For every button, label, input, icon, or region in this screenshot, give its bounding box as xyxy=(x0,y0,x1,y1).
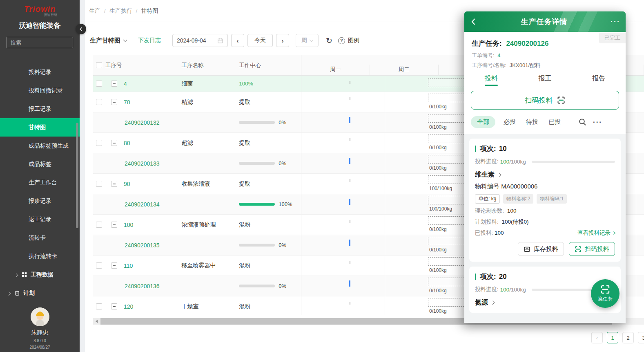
operation-number-link[interactable]: 70 xyxy=(124,99,130,105)
scan-icon xyxy=(600,285,610,294)
filter-fed[interactable]: 已投 xyxy=(548,118,561,126)
material-card: 项次: 10 投料进度: 100 /100kg 维生素 物料编号 MA00000… xyxy=(469,139,621,262)
collapse-row-icon[interactable] xyxy=(111,222,117,228)
sidebar-group-plan[interactable]: 计划 xyxy=(0,284,80,302)
progress-label: 投料进度: xyxy=(475,286,499,293)
row-checkbox[interactable] xyxy=(96,99,102,105)
filter-pending[interactable]: 待投 xyxy=(526,118,538,126)
user-name: 朱静忠 xyxy=(0,329,80,336)
collapse-row-icon[interactable] xyxy=(111,262,117,269)
material-name: 维生素 xyxy=(475,170,495,179)
app-date: 2024/08/27 xyxy=(0,345,80,350)
panel-title: 生产任务详情 xyxy=(483,17,605,27)
switch-task-button[interactable]: 换任务 xyxy=(591,279,619,308)
breadcrumb-item[interactable]: 生产 xyxy=(89,7,100,15)
collapse-row-icon[interactable] xyxy=(111,81,117,87)
help-icon[interactable]: ? xyxy=(338,37,345,44)
sidebar-item-11[interactable]: 执行流转卡 xyxy=(0,247,80,265)
sidebar-item-0[interactable]: 生产报工 xyxy=(0,51,80,63)
feed-progress: 投料进度: 100 /100kg xyxy=(475,158,615,165)
collapse-row-icon[interactable] xyxy=(111,99,117,105)
dispatch-log-link[interactable]: 下发日志 xyxy=(138,37,161,44)
sidebar-item-10[interactable]: 流转卡 xyxy=(0,229,80,247)
task-number-link[interactable]: 24090200135 xyxy=(125,242,160,249)
task-number[interactable]: 24090200126 xyxy=(506,40,548,47)
collapse-row-icon[interactable] xyxy=(111,303,117,309)
task-number-link[interactable]: 24090200132 xyxy=(125,119,160,126)
sidebar-item-9[interactable]: 返工记录 xyxy=(0,210,80,229)
time-scale-select[interactable]: 周 xyxy=(296,34,319,47)
next-period-button[interactable]: › xyxy=(276,34,289,47)
sidebar-collapse-button[interactable] xyxy=(76,24,86,34)
scan-feed-button[interactable]: 扫码投料 xyxy=(471,91,619,110)
sidebar-item-7[interactable]: 生产工作台 xyxy=(0,173,80,192)
gantt-tick-marker xyxy=(350,179,350,182)
tab-报告[interactable]: 报告 xyxy=(572,74,626,86)
material-name-link[interactable]: 维生素 xyxy=(475,170,615,179)
operation-number-link[interactable]: 80 xyxy=(124,140,130,146)
tab-报工[interactable]: 报工 xyxy=(518,74,572,86)
material-name-tag: 物料名称:2 xyxy=(503,194,533,204)
search-input[interactable] xyxy=(11,40,82,46)
operation-number-link[interactable]: 4 xyxy=(124,81,127,87)
search-icon[interactable] xyxy=(579,118,586,126)
legend-toggle[interactable]: 图例 xyxy=(348,37,359,44)
task-number-link[interactable]: 24090200136 xyxy=(125,283,160,289)
sidebar-item-2[interactable]: 投料回撤记录 xyxy=(0,81,80,100)
item-number: 20 xyxy=(499,273,507,281)
fed-value: 100 xyxy=(495,230,504,236)
refresh-icon[interactable]: ↻ xyxy=(326,37,332,45)
progress-bar xyxy=(532,161,615,163)
row-checkbox[interactable] xyxy=(96,181,102,187)
date-picker[interactable]: 2024-09-04 xyxy=(172,34,228,47)
row-checkbox[interactable] xyxy=(96,303,102,309)
pagination-page-2[interactable]: 2 xyxy=(622,332,634,343)
sidebar-item-6[interactable]: 成品标签 xyxy=(0,155,80,173)
sidebar-scrollbar[interactable] xyxy=(76,123,78,228)
stock-feed-button[interactable]: 库存投料 xyxy=(518,242,564,256)
operation-number-link[interactable]: 110 xyxy=(124,262,133,269)
operation-name: 浓缩液预处理 xyxy=(182,221,216,229)
operation-number-link[interactable]: 90 xyxy=(124,181,130,187)
avatar[interactable] xyxy=(31,307,49,326)
operation-number-link[interactable]: 100 xyxy=(124,222,133,228)
time-scale-value: 周 xyxy=(301,37,307,44)
pagination-page-1[interactable]: 1 xyxy=(607,332,618,343)
operation-number-link[interactable]: 120 xyxy=(124,303,133,310)
pagination-page-3[interactable]: 3 xyxy=(638,332,644,343)
view-select-dropdown[interactable]: 生产甘特图 xyxy=(90,37,127,45)
chevron-left-icon xyxy=(470,18,478,26)
scan-icon xyxy=(575,246,582,253)
row-checkbox[interactable] xyxy=(96,262,102,269)
more-filters-icon[interactable]: ··· xyxy=(593,118,602,126)
plan-label: 计划投料: xyxy=(475,219,499,225)
task-number-link[interactable]: 24090200134 xyxy=(125,201,160,208)
sidebar-item-4[interactable]: 甘特图 xyxy=(0,118,80,137)
row-checkbox[interactable] xyxy=(96,222,102,228)
collapse-row-icon[interactable] xyxy=(111,140,117,146)
scan-feed-small-button[interactable]: 扫码投料 xyxy=(569,242,615,256)
sidebar-search[interactable] xyxy=(7,37,73,48)
sidebar-item-8[interactable]: 报废记录 xyxy=(0,192,80,210)
task-number-link[interactable]: 24090200133 xyxy=(125,160,160,167)
back-button[interactable] xyxy=(464,11,483,32)
view-feed-records-link[interactable]: 查看投料记录 xyxy=(577,229,615,237)
more-options-icon[interactable]: ··· xyxy=(605,18,626,26)
scroll-left-button[interactable] xyxy=(93,318,100,325)
sidebar-item-5[interactable]: 成品标签预生成 xyxy=(0,137,80,155)
row-checkbox[interactable] xyxy=(96,140,102,146)
filter-required[interactable]: 必投 xyxy=(504,118,516,126)
row-checkbox[interactable] xyxy=(96,81,102,87)
select-all-checkbox[interactable] xyxy=(96,62,102,68)
collapse-row-icon[interactable] xyxy=(111,181,117,187)
today-button[interactable]: 今天 xyxy=(247,34,273,47)
pagination-prev-button[interactable]: ‹ xyxy=(591,332,603,343)
filter-all[interactable]: 全部 xyxy=(471,116,495,128)
task-progress-percent: 0% xyxy=(279,160,286,166)
tab-投料[interactable]: 投料 xyxy=(464,74,518,86)
sidebar-group-engineering-data[interactable]: 工程数据 xyxy=(0,265,80,284)
breadcrumb-item[interactable]: 生产执行 xyxy=(109,7,132,15)
sidebar-item-1[interactable]: 投料记录 xyxy=(0,63,80,81)
prev-period-button[interactable]: ‹ xyxy=(231,34,244,47)
sidebar-item-3[interactable]: 报工记录 xyxy=(0,100,80,118)
